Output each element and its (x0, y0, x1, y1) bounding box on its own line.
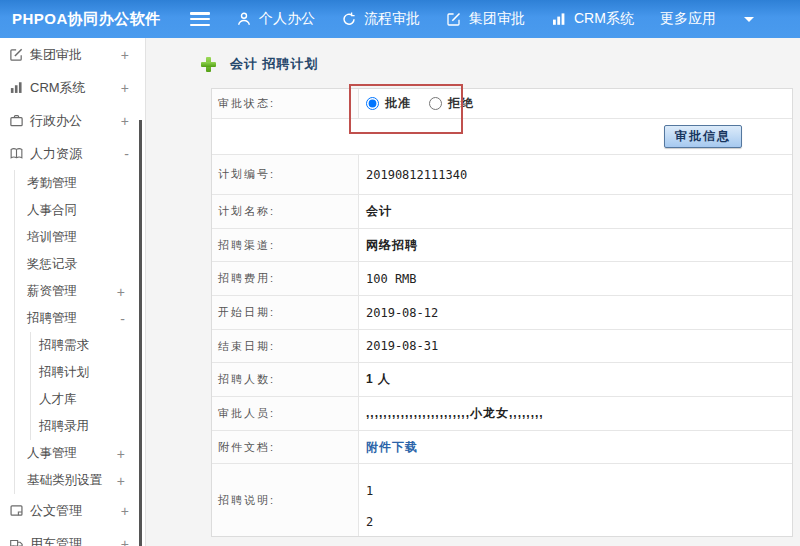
sidebar-item-vehicle[interactable]: 用车管理 + (0, 527, 145, 546)
sidebar-item-label: 奖惩记录 (27, 256, 77, 273)
expand-toggle[interactable]: + (121, 113, 129, 129)
truck-icon (8, 536, 24, 546)
description-line: 1 (366, 476, 792, 507)
app-window: PHPOA协同办公软件 个人办公 流程审批 集团审批 (0, 0, 800, 546)
attachment-download-link[interactable]: 附件下载 (366, 439, 418, 456)
sidebar-item-label: 培训管理 (27, 229, 77, 246)
row-plan-number: 计划编号: 20190812111340 (212, 155, 792, 195)
approval-status-value: 批准 拒绝 (359, 89, 792, 118)
description-value: 1 2 (359, 464, 792, 536)
sidebar-item-recruit-demand[interactable]: 招聘需求 (31, 332, 145, 359)
row-start-date: 开始日期: 2019-08-12 (212, 296, 792, 330)
app-logo[interactable]: PHPOA协同办公软件 (0, 10, 190, 29)
sidebar-item-salary[interactable]: 薪资管理 + (15, 278, 145, 305)
sidebar-item-label: CRM系统 (30, 79, 86, 97)
sidebar-item-hr[interactable]: 人力资源 - (0, 137, 145, 170)
nav-group-approval[interactable]: 集团审批 (446, 10, 525, 28)
sidebar-item-label: 招聘管理 (27, 310, 77, 327)
sidebar-item-admin-office[interactable]: 行政办公 + (0, 104, 145, 137)
nav-label: 个人办公 (259, 10, 315, 28)
plan-name-value: 会计 (359, 195, 792, 228)
add-icon[interactable] (201, 57, 216, 72)
nav-label: 更多应用 (660, 10, 716, 28)
sidebar-item-talent-pool[interactable]: 人才库 (31, 386, 145, 413)
recruit-cost-label: 招聘费用: (212, 262, 359, 295)
radio-reject[interactable] (429, 97, 442, 110)
sidebar-item-label: 行政办公 (30, 112, 82, 130)
nav-more-apps[interactable]: 更多应用 (660, 10, 716, 28)
approval-status-label: 审批状态: (212, 89, 359, 118)
radio-reject-label: 拒绝 (448, 95, 474, 112)
collapse-toggle[interactable]: - (120, 311, 125, 327)
nav-label: 集团审批 (469, 10, 525, 28)
expand-toggle[interactable]: + (117, 446, 125, 462)
expand-toggle[interactable]: + (121, 503, 129, 519)
approvers-value: ,,,,,,,,,,,,,,,,,,,,,,,,小龙女,,,,,,,, (359, 397, 792, 430)
approval-info-button[interactable]: 审批信息 (664, 125, 742, 148)
nav-crm-system[interactable]: CRM系统 (551, 10, 634, 28)
sidebar-item-training[interactable]: 培训管理 (15, 224, 145, 251)
book-icon (8, 146, 24, 161)
page-title: 会计 招聘计划 (230, 55, 319, 73)
recruit-channel-label: 招聘渠道: (212, 229, 359, 261)
expand-toggle[interactable]: + (121, 47, 129, 63)
sidebar-item-label: 薪资管理 (27, 283, 77, 300)
sidebar-item-label: 用车管理 (30, 535, 82, 546)
sidebar-item-label: 公文管理 (30, 502, 82, 520)
radio-approve-option[interactable]: 批准 (366, 95, 411, 112)
sidebar-item-hr-contract[interactable]: 人事合同 (15, 197, 145, 224)
description-label: 招聘说明: (212, 464, 359, 536)
nav-label: 流程审批 (364, 10, 420, 28)
sidebar-item-crm[interactable]: CRM系统 + (0, 71, 145, 104)
bar-chart-icon (551, 11, 567, 27)
page-header: 会计 招聘计划 (201, 55, 319, 73)
expand-toggle[interactable]: + (117, 284, 125, 300)
edit-icon (446, 11, 462, 27)
caret-down-icon[interactable] (744, 17, 754, 22)
sidebar-item-base-category[interactable]: 基础类别设置 + (15, 467, 145, 494)
briefcase-icon (8, 113, 24, 128)
radio-approve[interactable] (366, 97, 379, 110)
document-icon (8, 503, 24, 518)
sidebar-item-label: 人才库 (39, 391, 77, 408)
sidebar-item-recruit-hire[interactable]: 招聘录用 (31, 413, 145, 440)
radio-approve-label: 批准 (385, 95, 411, 112)
nav-process-approval[interactable]: 流程审批 (341, 10, 420, 28)
nav-personal-office[interactable]: 个人办公 (236, 10, 315, 28)
sidebar-item-label: 基础类别设置 (27, 472, 102, 489)
expand-toggle[interactable]: + (117, 473, 125, 489)
bar-chart-icon (8, 80, 24, 95)
recruit-plan-detail-table: 审批状态: 批准 拒绝 审批信息 计划编号: 20190812111 (211, 88, 793, 537)
sidebar-item-label: 人事管理 (27, 445, 77, 462)
sidebar-item-label: 招聘需求 (39, 337, 89, 354)
sidebar-item-documents[interactable]: 公文管理 + (0, 494, 145, 527)
recruit-channel-value: 网络招聘 (359, 229, 792, 261)
headcount-label: 招聘人数: (212, 363, 359, 396)
hr-submenu: 考勤管理 人事合同 培训管理 奖惩记录 薪资管理 + 招聘管理 - 招聘需求 (14, 170, 145, 494)
sidebar-item-rewards[interactable]: 奖惩记录 (15, 251, 145, 278)
sidebar-item-recruit-mgmt[interactable]: 招聘管理 - (15, 305, 145, 332)
expand-toggle[interactable]: + (121, 536, 129, 546)
action-row: 审批信息 (212, 119, 792, 155)
sidebar-item-recruit-plan[interactable]: 招聘计划 (31, 359, 145, 386)
start-date-value: 2019-08-12 (359, 296, 792, 329)
row-recruit-channel: 招聘渠道: 网络招聘 (212, 229, 792, 262)
sidebar-item-label: 人事合同 (27, 202, 77, 219)
sidebar-item-attendance[interactable]: 考勤管理 (15, 170, 145, 197)
end-date-label: 结束日期: (212, 330, 359, 362)
end-date-value: 2019-08-31 (359, 330, 792, 362)
sidebar-item-personnel-mgmt[interactable]: 人事管理 + (15, 440, 145, 467)
sidebar-item-label: 招聘计划 (39, 364, 89, 381)
sidebar-item-label: 集团审批 (30, 46, 82, 64)
top-navigation: 个人办公 流程审批 集团审批 CRM系统 更多应用 (236, 10, 754, 28)
menu-toggle-icon[interactable] (190, 12, 210, 26)
collapse-toggle[interactable]: - (124, 146, 129, 162)
radio-reject-option[interactable]: 拒绝 (429, 95, 474, 112)
sidebar: 集团审批 + CRM系统 + 行政办公 + 人力资源 - 考 (0, 38, 146, 546)
plan-number-label: 计划编号: (212, 155, 359, 194)
sidebar-item-group-approval[interactable]: 集团审批 + (0, 38, 145, 71)
row-end-date: 结束日期: 2019-08-31 (212, 330, 792, 363)
sidebar-scrollbar[interactable] (139, 120, 142, 546)
sidebar-item-label: 考勤管理 (27, 175, 77, 192)
expand-toggle[interactable]: + (121, 80, 129, 96)
